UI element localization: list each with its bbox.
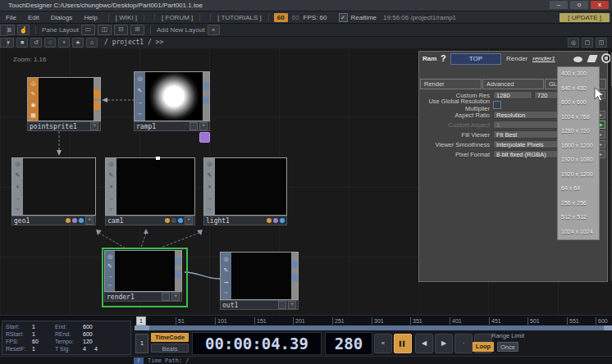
hand-icon[interactable]: ☞	[15, 207, 20, 212]
slash-icon[interactable]: /	[134, 357, 144, 364]
pencil-icon[interactable]: ✎	[208, 172, 212, 178]
top-family-dot[interactable]	[178, 218, 183, 223]
node-render1[interactable]: ◎ ✎ → ☞	[104, 250, 182, 292]
rend-value[interactable]: 600	[83, 331, 103, 337]
expand-plus-button[interactable]: +	[199, 122, 208, 130]
node-flag-column[interactable]: ◎ ✎ ◉ ▦	[28, 78, 39, 121]
add-layout-button[interactable]: +	[208, 25, 220, 35]
resetf-value[interactable]: 1	[32, 346, 55, 352]
loop-button[interactable]: Loop	[473, 342, 494, 352]
gear-icon[interactable]: ◎	[107, 253, 112, 259]
comp-family-dot[interactable]	[66, 218, 71, 223]
rewind-button[interactable]: «	[374, 334, 392, 353]
pane-split-icon[interactable]: ◫	[596, 38, 607, 48]
fps-value[interactable]: 60	[32, 339, 55, 344]
cross-icon[interactable]: ×	[109, 184, 112, 189]
menu-item-resolution[interactable]: 1920 x 1080	[558, 153, 599, 168]
node-viewer[interactable]	[39, 78, 94, 121]
eye-icon[interactable]: ◉	[30, 102, 35, 107]
menu-item-resolution[interactable]: 256 x 256	[558, 197, 599, 212]
node-label-light1[interactable]: light1	[203, 216, 287, 225]
node-flag-column[interactable]: ◎ ✎ → ☞	[105, 251, 115, 291]
node-flag-column[interactable]: ◎ ✎ × → ☞	[204, 158, 215, 215]
node-ramp1[interactable]: ◎ ✎ → ☞	[134, 71, 210, 121]
expand-plus-button[interactable]: +	[90, 122, 98, 130]
maximize-button[interactable]: o	[570, 1, 588, 9]
forum-link[interactable]: [ FORUM ]	[154, 14, 200, 21]
comp-family-dot[interactable]	[267, 218, 272, 223]
gear-icon[interactable]: ◎	[108, 161, 113, 166]
menu-file[interactable]: File	[0, 14, 22, 21]
node-light1[interactable]: ◎ ✎ × → ☞	[203, 157, 287, 216]
grid-icon[interactable]: ▦	[30, 112, 36, 118]
pane-preset-hsplit-icon[interactable]: ⊟	[114, 25, 128, 35]
realtime-checkbox[interactable]: ✓	[339, 13, 348, 22]
menu-item-resolution[interactable]: 1024 x 1024	[558, 225, 599, 240]
play-forward-button[interactable]: ▶	[435, 334, 453, 353]
arrow-icon[interactable]: →	[108, 195, 114, 201]
menu-dialogs[interactable]: Dialogs	[45, 14, 79, 21]
pencil-icon[interactable]: ✎	[109, 172, 114, 178]
menu-item-resolution[interactable]: 640 x 480	[558, 82, 599, 97]
node-flag-column[interactable]: ◎ ✎ × → ☞	[106, 158, 116, 215]
arrow-icon[interactable]: →	[207, 195, 212, 201]
expand-plus-button[interactable]: +	[288, 301, 296, 309]
beats-mode-button[interactable]: Beats	[151, 344, 189, 353]
node-label-pointsprite1[interactable]: pointsprite1 +	[27, 121, 101, 131]
node-flag-column[interactable]: ◎ ✎ × → ☞	[12, 158, 23, 215]
arrow-icon[interactable]: →	[107, 273, 113, 279]
output-connector[interactable]	[94, 101, 100, 110]
pane-preset-vsplit-icon[interactable]: ◫	[98, 25, 112, 35]
comment-bubble-icon[interactable]	[573, 57, 582, 62]
global-res-multiplier-toggle[interactable]	[493, 101, 501, 109]
menu-item-resolution[interactable]: 512 x 512	[558, 211, 599, 225]
menu-help[interactable]: Help	[78, 14, 103, 21]
pane-preset-single-icon[interactable]: ▭	[81, 25, 95, 35]
output-connector[interactable]	[175, 257, 181, 265]
panel-family-chip[interactable]	[199, 132, 210, 143]
pencil-icon[interactable]: ✎	[31, 91, 36, 97]
node-flag-column[interactable]: ◎ ✎ → ☞	[221, 253, 231, 299]
refresh-icon[interactable]: ↺	[30, 38, 42, 48]
top-family-dot[interactable]	[79, 218, 84, 223]
node-viewer[interactable]	[231, 253, 291, 299]
pencil-icon[interactable]: ✎	[138, 88, 143, 93]
node-label-render1[interactable]: render1 +	[104, 292, 182, 302]
pane-preset-quad-icon[interactable]: ⊞	[130, 25, 144, 35]
node-flag-column[interactable]: ◎ ✎ → ☞	[135, 72, 145, 121]
expand-plus-button[interactable]: +	[85, 216, 94, 225]
node-label-ramp1[interactable]: ramp1 +	[134, 121, 210, 131]
expand-plus-button[interactable]: +	[171, 293, 180, 301]
menu-item-resolution[interactable]: 800 x 600	[558, 96, 599, 111]
gear-icon[interactable]: ◎	[15, 161, 20, 166]
tsig-value[interactable]: 4	[83, 346, 94, 352]
flag-box[interactable]	[190, 122, 198, 130]
pause-button[interactable]: ▌▌	[394, 334, 412, 353]
tab-render[interactable]: Render	[420, 79, 482, 89]
arrow-icon[interactable]: →	[137, 99, 143, 105]
node-pointsprite1[interactable]: ◎ ✎ ◉ ▦	[27, 77, 101, 121]
menu-item-resolution[interactable]: 1920 x 1200	[558, 168, 599, 183]
language-eraser-icon[interactable]	[587, 55, 597, 62]
menu-item-resolution[interactable]: 400 x 300	[558, 67, 599, 82]
gear-icon[interactable]: ◎	[223, 256, 228, 262]
expand-plus-button[interactable]: +	[185, 216, 193, 225]
pencil-icon[interactable]: ✎	[107, 263, 112, 269]
output-connector[interactable]	[291, 274, 298, 281]
panel-family-dot[interactable]	[72, 218, 77, 223]
node-label-geo1[interactable]: geo1 +	[11, 216, 96, 225]
pane-box-icon[interactable]: ▢	[582, 38, 593, 48]
update-button[interactable]: [ UPDATE ]	[559, 13, 610, 22]
minimize-button[interactable]: –	[550, 1, 568, 9]
end-value[interactable]: 600	[83, 324, 103, 330]
node-viewer[interactable]	[215, 158, 286, 215]
frame-start-field[interactable]: 1	[135, 334, 148, 353]
pencil-icon[interactable]: ✎	[16, 172, 21, 178]
hand-icon[interactable]: ☞	[108, 207, 113, 212]
stop-icon[interactable]: ■	[16, 38, 28, 48]
menu-item-resolution[interactable]: 1280 x 720	[558, 125, 599, 139]
hand-icon[interactable]: ☞	[107, 283, 112, 289]
node-label-cam1[interactable]: cam1 +	[105, 216, 195, 225]
node-viewer[interactable]	[145, 72, 203, 121]
breadcrumb[interactable]: / project1 / >>	[104, 39, 163, 46]
